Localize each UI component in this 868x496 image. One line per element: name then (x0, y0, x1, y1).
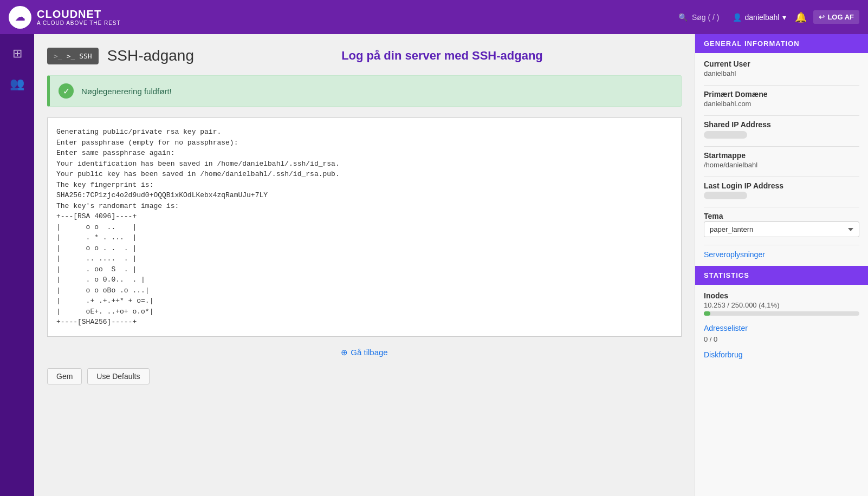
primary-domain-group: Primært Domæne danielbahl.com (704, 90, 859, 108)
user-icon: 👤 (733, 13, 742, 22)
chevron-down-icon: ▾ (782, 13, 786, 22)
logout-label: LOG AF (827, 13, 854, 21)
general-info-header: GENERAL INFORMATION (695, 34, 868, 53)
back-link[interactable]: ⊕ Gå tilbage (341, 348, 387, 357)
back-link-text: Gå tilbage (351, 348, 387, 357)
last-login-group: Last Login IP Address (704, 181, 859, 200)
check-icon: ✓ (59, 83, 74, 99)
terminal-output: Generating public/private rsa key pair. … (47, 118, 682, 337)
current-user-group: Current User danielbahl (704, 60, 859, 77)
startmappe-group: Startmappe /home/danielbahl (704, 151, 859, 169)
shared-ip-label: Shared IP Address (704, 120, 859, 129)
inodes-bar-fill (704, 311, 710, 316)
tema-select[interactable]: paper_lantern (704, 221, 859, 237)
primary-domain-value: danielbahl.com (704, 100, 859, 108)
arrow-icon: ⊕ (341, 348, 348, 357)
divider (704, 245, 859, 245)
save-button[interactable]: Gem (47, 368, 82, 384)
adresselister-link[interactable]: Adresselister (704, 324, 748, 332)
search-icon: 🔍 (678, 13, 688, 22)
statistics-header: STATISTICS (695, 266, 868, 285)
button-row: Gem Use Defaults (47, 368, 682, 384)
shared-ip-placeholder (704, 131, 747, 139)
page-header: >_ >_ SSH SSH-adgang Log på din server m… (47, 47, 682, 64)
inodes-bar-bg (704, 311, 859, 316)
divider (704, 146, 859, 147)
username: danielbahl (745, 13, 780, 22)
prompt-icon: >_ (54, 52, 62, 60)
adresselister-value: 0 / 0 (704, 335, 859, 343)
page-title: SSH-adgang (107, 47, 194, 64)
tema-group: Tema paper_lantern (704, 212, 859, 237)
server-info-link[interactable]: Serveroplysninger (704, 250, 765, 259)
logout-icon: ↩ (819, 13, 825, 21)
last-login-value (704, 191, 859, 200)
diskforbrug-link[interactable]: Diskforbrug (704, 350, 743, 359)
logout-button[interactable]: ↩ LOG AF (813, 10, 859, 24)
search-bar[interactable]: 🔍 Søg ( / ) (678, 13, 720, 22)
notification-bell[interactable]: 🔔 (795, 11, 807, 23)
last-login-label: Last Login IP Address (704, 181, 859, 190)
inodes-value: 10.253 / 250.000 (4,1%) (704, 301, 859, 309)
shared-ip-group: Shared IP Address (704, 120, 859, 139)
shared-ip-value (704, 130, 859, 139)
use-defaults-button[interactable]: Use Defaults (87, 368, 149, 384)
logo: ☁ CLOUDNET A CLOUD ABOVE THE REST (9, 6, 121, 29)
last-login-placeholder (704, 192, 747, 199)
alert-text: Nøglegenerering fuldført! (81, 87, 172, 96)
tema-label: Tema (704, 212, 859, 220)
logo-text: CLOUDNET A CLOUD ABOVE THE REST (37, 8, 121, 26)
right-panel: GENERAL INFORMATION Current User danielb… (695, 34, 868, 496)
startmappe-value: /home/danielbahl (704, 161, 859, 169)
back-link-container: ⊕ Gå tilbage (47, 348, 682, 357)
general-info-body: Current User danielbahl Primært Domæne d… (695, 53, 868, 266)
divider (704, 115, 859, 116)
logo-icon: ☁ (9, 6, 31, 29)
current-user-value: danielbahl (704, 69, 859, 77)
divider (704, 85, 859, 86)
ssh-label: >_ SSH (67, 52, 92, 60)
inodes-label: Inodes (704, 291, 859, 300)
success-alert: ✓ Nøglegenerering fuldført! (47, 75, 682, 107)
logo-main: CLOUDNET (37, 8, 121, 20)
main-content: >_ >_ SSH SSH-adgang Log på din server m… (34, 34, 695, 496)
sidebar: ⊞ 👥 (0, 34, 34, 496)
divider (704, 177, 859, 177)
startmappe-label: Startmappe (704, 151, 859, 160)
users-icon: 👥 (10, 77, 24, 91)
page-subtitle: Log på din server med SSH-adgang (203, 49, 682, 63)
statistics-body: Inodes 10.253 / 250.000 (4,1%) Adresseli… (695, 285, 868, 366)
sidebar-item-grid[interactable]: ⊞ (7, 43, 28, 64)
sidebar-item-users[interactable]: 👥 (7, 73, 28, 95)
inodes-group: Inodes 10.253 / 250.000 (4,1%) (704, 291, 859, 316)
current-user-label: Current User (704, 60, 859, 68)
search-placeholder: Søg ( / ) (692, 13, 720, 22)
logo-sub: A CLOUD ABOVE THE REST (37, 20, 121, 26)
top-navigation: ☁ CLOUDNET A CLOUD ABOVE THE REST 🔍 Søg … (0, 0, 868, 34)
primary-domain-label: Primært Domæne (704, 90, 859, 99)
user-menu[interactable]: 👤 danielbahl ▾ (733, 13, 787, 22)
ssh-icon-box: >_ >_ SSH (47, 48, 99, 64)
divider (704, 207, 859, 207)
grid-icon: ⊞ (12, 47, 22, 61)
